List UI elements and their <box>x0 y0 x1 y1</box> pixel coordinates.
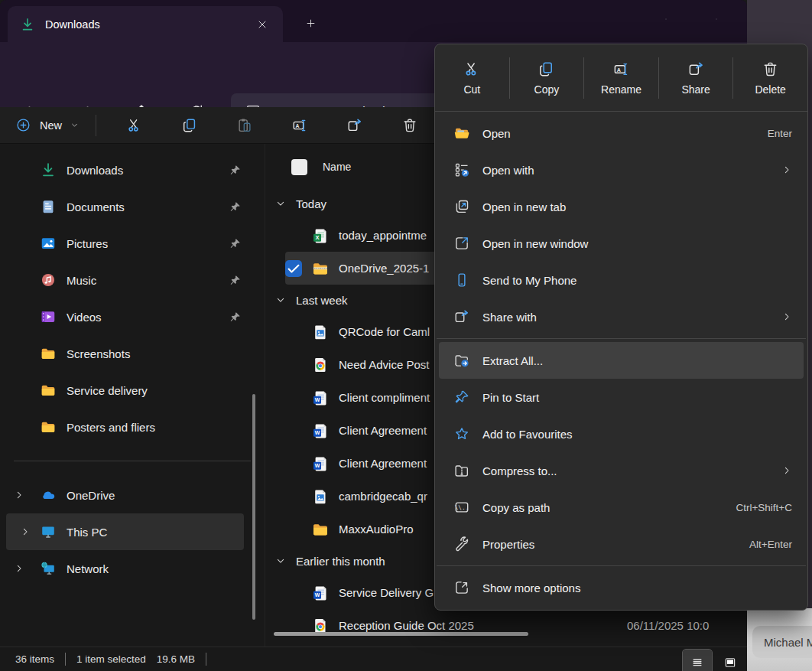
menu-item-open[interactable]: OpenEnter <box>439 115 804 151</box>
cut-icon <box>463 60 481 78</box>
tab-downloads[interactable]: Downloads <box>8 6 283 42</box>
paste-button[interactable] <box>229 112 260 139</box>
file-row[interactable]: Reception Guide Oct 202506/11/2025 10:0 <box>285 609 739 642</box>
menu-item-label: Open in new window <box>482 237 588 250</box>
copy-action-button[interactable]: Copy <box>510 60 584 96</box>
share-action-button[interactable]: Share <box>659 60 733 96</box>
sidebar-item-downloads[interactable]: Downloads <box>0 151 265 188</box>
rename-action-button[interactable]: ARename <box>584 60 658 96</box>
sidebar-item-network[interactable]: Network <box>0 550 265 587</box>
menu-item-extract-all[interactable]: Extract All... <box>439 342 804 379</box>
pin-icon <box>229 237 242 250</box>
horizontal-scrollbar[interactable] <box>274 632 528 636</box>
sidebar-item-label: Music <box>67 274 96 287</box>
sidebar-item-music[interactable]: Music <box>0 262 265 298</box>
sidebar-divider <box>14 461 251 461</box>
selected-checkbox[interactable] <box>285 260 302 277</box>
copy-button[interactable] <box>174 112 205 139</box>
screen: Michael M Downloads ••• <box>0 0 812 671</box>
menu-item-shortcut: Alt+Enter <box>749 539 792 550</box>
plus-circle-icon <box>15 117 31 133</box>
close-button[interactable] <box>691 0 742 38</box>
sidebar-item-posters-and-fliers[interactable]: Posters and fliers <box>0 409 265 445</box>
word-icon: W <box>311 454 330 473</box>
file-name: Client Agreement <box>339 424 427 437</box>
folder-icon <box>40 419 57 435</box>
select-all-checkbox[interactable] <box>291 159 307 175</box>
chrome-icon <box>311 356 330 374</box>
status-bar: 36 items 1 item selected 19.6 MB <box>0 647 747 671</box>
maximize-button[interactable] <box>641 0 691 38</box>
menu-item-add-to-favourites[interactable]: Add to Favourites <box>439 415 804 452</box>
rename-button[interactable]: A <box>284 112 315 139</box>
thispc-icon <box>40 523 57 540</box>
chevron-down-icon <box>275 555 286 566</box>
column-header-name[interactable]: Name <box>323 161 351 173</box>
pictures-icon <box>40 235 57 252</box>
menu-item-label: Properties <box>482 538 534 551</box>
cut-action-button[interactable]: Cut <box>435 60 509 96</box>
background-window-item: Michael M <box>752 626 812 658</box>
svg-text:\\..: \\.. <box>455 504 469 511</box>
word-icon: W <box>311 389 330 407</box>
menu-divider <box>437 565 806 566</box>
new-button-label: New <box>40 119 62 132</box>
menu-item-open-in-new-window[interactable]: Open in new window <box>439 225 804 262</box>
excel-icon: X <box>311 226 330 245</box>
pin-icon <box>229 274 242 287</box>
navigation-sidebar: DownloadsDocumentsPicturesMusicVideosScr… <box>0 144 265 647</box>
delete-button[interactable] <box>395 112 425 139</box>
sidebar-item-service-delivery[interactable]: Service delivery <box>0 372 265 409</box>
file-name: Client Agreement <box>339 457 427 470</box>
sidebar-item-label: OneDrive <box>67 489 115 502</box>
menu-item-send-to-my-phone[interactable]: Send to My Phone <box>439 262 804 298</box>
new-tab-button[interactable] <box>299 11 323 35</box>
chevron-right-icon <box>20 526 31 537</box>
menu-item-show-more-options[interactable]: Show more options <box>439 569 804 606</box>
cut-button[interactable] <box>119 112 150 139</box>
background-window-text: Michael M <box>764 636 812 649</box>
zip-icon <box>311 259 330 278</box>
favourite-star-icon <box>453 425 470 442</box>
menu-item-shortcut: Ctrl+Shift+C <box>736 502 792 513</box>
tab-close-icon[interactable] <box>251 13 274 36</box>
sidebar-scrollbar[interactable] <box>252 394 255 620</box>
menu-item-properties[interactable]: PropertiesAlt+Enter <box>439 526 804 562</box>
thumbnail-view-button[interactable] <box>716 650 745 671</box>
network-icon <box>40 560 57 577</box>
chevron-right-icon <box>14 490 24 500</box>
action-label: Rename <box>601 83 641 96</box>
context-menu: CutCopyARenameShareDelete OpenEnterOpen … <box>434 44 808 611</box>
sidebar-item-videos[interactable]: Videos <box>0 298 265 335</box>
file-name: MaxxAudioPro <box>339 523 414 536</box>
copy-icon <box>181 117 198 134</box>
music-icon <box>40 272 57 288</box>
menu-item-open-with[interactable]: Open with <box>439 151 804 188</box>
menu-item-copy-as-path[interactable]: \\..Copy as pathCtrl+Shift+C <box>439 489 804 526</box>
group-label: Last week <box>296 294 348 307</box>
list-view-button[interactable] <box>683 650 712 671</box>
phone-icon <box>453 272 470 288</box>
menu-item-label: Open <box>482 127 511 140</box>
file-name: Need Advice Post <box>339 358 429 371</box>
menu-item-compress-to[interactable]: Compress to... <box>439 452 804 489</box>
svg-text:W: W <box>315 592 320 598</box>
menu-item-share-with[interactable]: Share with <box>439 298 804 335</box>
sidebar-item-this-pc[interactable]: This PC <box>6 513 244 550</box>
delete-action-button[interactable]: Delete <box>733 60 807 96</box>
share-button[interactable] <box>339 112 370 139</box>
menu-item-open-in-new-tab[interactable]: Open in new tab <box>439 188 804 225</box>
word-icon: W <box>311 422 330 440</box>
sidebar-item-onedrive[interactable]: OneDrive <box>0 477 265 513</box>
menu-item-pin-to-start[interactable]: Pin to Start <box>439 379 804 415</box>
sidebar-item-label: Network <box>67 562 109 575</box>
new-button[interactable]: New <box>11 112 83 139</box>
word-icon: W <box>311 584 330 602</box>
sidebar-item-documents[interactable]: Documents <box>0 188 265 225</box>
group-label: Earlier this month <box>296 555 385 568</box>
minimize-button[interactable] <box>590 0 641 38</box>
properties-icon <box>453 536 470 552</box>
copy-icon <box>538 60 555 78</box>
sidebar-item-pictures[interactable]: Pictures <box>0 225 265 262</box>
sidebar-item-screenshots[interactable]: Screenshots <box>0 335 265 372</box>
